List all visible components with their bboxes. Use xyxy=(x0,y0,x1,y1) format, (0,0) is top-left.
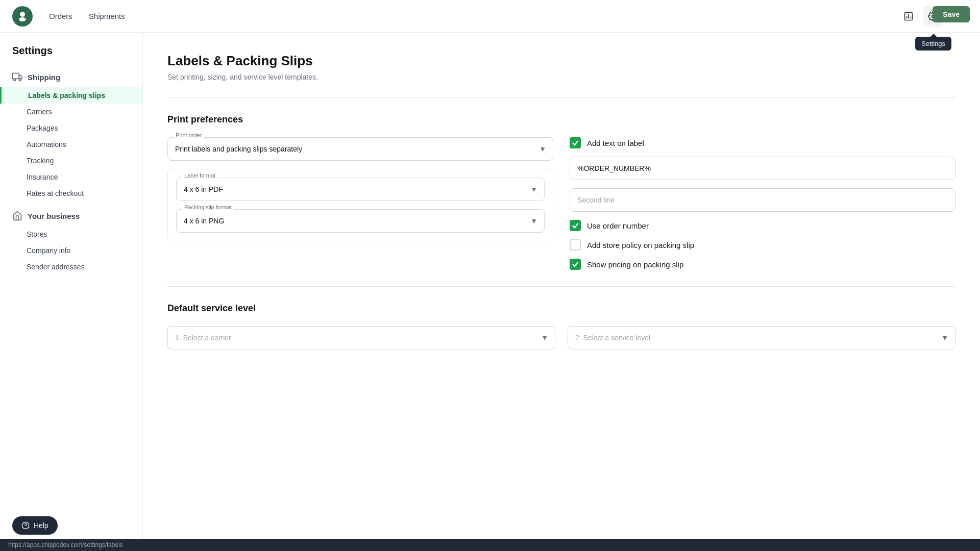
sidebar-item-carriers[interactable]: Carriers xyxy=(0,104,142,120)
print-preferences-left: Print order Print labels and packing sli… xyxy=(167,137,553,270)
print-order-field: Print order Print labels and packing sli… xyxy=(167,137,553,161)
packing-slip-format-label: Packing slip format xyxy=(182,204,234,210)
sidebar-section-shipping-header[interactable]: Shipping xyxy=(0,67,142,87)
save-button[interactable]: Save xyxy=(933,6,970,22)
logo xyxy=(12,6,33,27)
svg-marker-9 xyxy=(19,76,22,79)
divider-middle xyxy=(167,286,955,287)
sidebar-section-shipping: Shipping Labels & packing slips Carriers… xyxy=(0,67,142,202)
sidebar-title: Settings xyxy=(0,45,142,67)
sidebar-section-business-header[interactable]: Your business xyxy=(0,206,142,226)
divider-top xyxy=(167,97,955,98)
add-text-on-label-checkbox[interactable] xyxy=(570,137,581,148)
analytics-button[interactable] xyxy=(898,6,919,27)
label-text-field xyxy=(570,157,955,180)
select-service-level-field: 2. Select a service level ▼ xyxy=(568,326,955,349)
sidebar-item-sender[interactable]: Sender addresses xyxy=(0,259,142,275)
topnav-links: Orders Shipments xyxy=(49,10,125,22)
add-store-policy-row: Add store policy on packing slip xyxy=(570,239,955,251)
second-line-input[interactable] xyxy=(570,188,955,212)
sidebar-item-insurance[interactable]: Insurance xyxy=(0,169,142,185)
select-service-level-select[interactable]: 2. Select a service level xyxy=(568,326,955,349)
label-text-input[interactable] xyxy=(570,157,955,180)
orders-link[interactable]: Orders xyxy=(49,10,72,22)
svg-rect-8 xyxy=(13,73,19,79)
help-icon xyxy=(21,521,30,530)
analytics-icon xyxy=(903,11,914,21)
business-section-label: Your business xyxy=(28,212,80,220)
print-order-label: Print order xyxy=(174,132,204,138)
add-store-policy-checkbox[interactable] xyxy=(570,239,581,251)
sidebar-item-packages[interactable]: Packages xyxy=(0,120,142,136)
shipping-section-label: Shipping xyxy=(28,73,60,82)
checkmark-icon-3 xyxy=(572,261,579,268)
service-level-grid: 1. Select a carrier ▼ 2. Select a servic… xyxy=(167,326,955,349)
statusbar: https://apps.shippodev.com/settings/labe… xyxy=(0,539,980,551)
print-preferences-grid: Print order Print labels and packing sli… xyxy=(167,137,955,270)
sidebar-item-stores[interactable]: Stores xyxy=(0,226,142,242)
sidebar-item-company[interactable]: Company info xyxy=(0,242,142,259)
truck-icon xyxy=(12,72,22,82)
select-carrier-field: 1. Select a carrier ▼ xyxy=(167,326,555,349)
packing-slip-format-select[interactable]: 4 x 6 in PNG xyxy=(176,209,545,233)
use-order-number-row: Use order number xyxy=(570,220,955,231)
store-icon xyxy=(12,211,22,221)
sidebar-section-business: Your business Stores Company info Sender… xyxy=(0,206,142,275)
sidebar: Settings Shipping Labels & packing slips… xyxy=(0,33,143,551)
statusbar-url: https://apps.shippodev.com/settings/labe… xyxy=(8,541,123,548)
add-text-on-label-label: Add text on label xyxy=(587,139,644,147)
label-format-field: Label format 4 x 6 in PDF ▼ xyxy=(176,178,545,201)
sidebar-item-rates[interactable]: Rates at checkout xyxy=(0,185,142,202)
show-pricing-checkbox[interactable] xyxy=(570,259,581,270)
app-layout: Settings Shipping Labels & packing slips… xyxy=(0,33,980,551)
svg-point-10 xyxy=(14,79,16,81)
show-pricing-row: Show pricing on packing slip xyxy=(570,259,955,270)
use-order-number-label: Use order number xyxy=(587,221,649,230)
settings-tooltip: Settings xyxy=(915,37,951,51)
format-subgroup: Label format 4 x 6 in PDF ▼ Packing slip… xyxy=(167,169,553,241)
add-store-policy-label: Add store policy on packing slip xyxy=(587,241,694,249)
svg-point-1 xyxy=(19,17,26,21)
page-subtitle: Set printing, sizing, and service level … xyxy=(167,73,955,81)
help-label: Help xyxy=(34,521,48,530)
label-format-label: Label format xyxy=(182,172,217,179)
print-preferences-title: Print preferences xyxy=(167,114,955,125)
logo-icon xyxy=(16,10,29,22)
add-text-on-label-row: Add text on label xyxy=(570,137,955,148)
show-pricing-label: Show pricing on packing slip xyxy=(587,260,683,269)
sidebar-item-labels[interactable]: Labels & packing slips xyxy=(0,87,142,104)
page-title: Labels & Packing Slips xyxy=(167,53,955,69)
second-line-field xyxy=(570,188,955,212)
sidebar-item-automations[interactable]: Automations xyxy=(0,136,142,153)
svg-point-11 xyxy=(19,79,21,81)
print-order-select[interactable]: Print labels and packing slips separatel… xyxy=(167,137,553,161)
sidebar-item-tracking[interactable]: Tracking xyxy=(0,153,142,169)
shipments-link[interactable]: Shipments xyxy=(89,10,125,22)
print-preferences-right: Add text on label Use order number xyxy=(570,137,955,270)
topnav: Orders Shipments Settings Save xyxy=(0,0,980,33)
svg-point-0 xyxy=(20,12,25,17)
use-order-number-checkbox[interactable] xyxy=(570,220,581,231)
packing-slip-format-field: Packing slip format 4 x 6 in PNG ▼ xyxy=(176,209,545,233)
checkmark-icon-2 xyxy=(572,222,579,229)
checkmark-icon xyxy=(572,139,579,146)
select-carrier-select[interactable]: 1. Select a carrier xyxy=(167,326,555,349)
label-format-select[interactable]: 4 x 6 in PDF xyxy=(176,178,545,201)
help-button[interactable]: Help xyxy=(12,516,58,535)
main-content: Labels & Packing Slips Set printing, siz… xyxy=(143,33,980,551)
default-service-level-title: Default service level xyxy=(167,303,955,314)
